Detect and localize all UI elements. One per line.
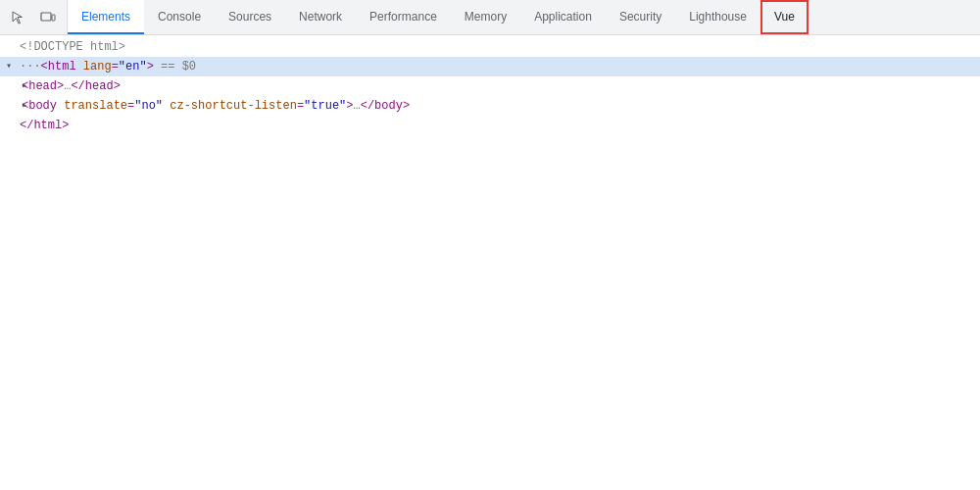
- body-close-tag: </body>: [361, 97, 410, 115]
- cursor-icon: [11, 10, 26, 25]
- head-tag: <head>: [22, 77, 64, 95]
- dollar-ref: == $0: [161, 58, 196, 75]
- expand-arrow-body[interactable]: ▸: [6, 97, 22, 115]
- expand-arrow-html-close: [6, 117, 20, 134]
- toolbar-icons: [0, 0, 68, 34]
- html-lang-attr: lang: [83, 58, 112, 75]
- html-close-tag: </html>: [20, 117, 69, 134]
- dots-html: ···: [20, 58, 41, 75]
- tab-lighthouse[interactable]: Lighthouse: [675, 0, 760, 34]
- doctype-text: <!DOCTYPE html>: [20, 38, 125, 56]
- body-translate-attr: translate: [64, 97, 127, 115]
- expand-arrow-doctype: [6, 38, 20, 56]
- tab-memory[interactable]: Memory: [451, 0, 520, 34]
- content-area: <!DOCTYPE html> ▾ ··· <html lang = "en" …: [0, 35, 980, 137]
- device-toggle-button[interactable]: [35, 5, 61, 30]
- body-cz-attr: cz-shortcut-listen: [170, 97, 297, 115]
- dom-line-doctype[interactable]: <!DOCTYPE html>: [0, 37, 980, 57]
- expand-arrow-head[interactable]: ▸: [6, 77, 22, 95]
- tab-sources[interactable]: Sources: [215, 0, 285, 34]
- inspect-element-button[interactable]: [6, 5, 31, 30]
- tab-network[interactable]: Network: [285, 0, 356, 34]
- tab-elements[interactable]: Elements: [68, 0, 144, 34]
- tab-bar: Elements Console Sources Network Perform…: [0, 0, 980, 35]
- tab-console[interactable]: Console: [144, 0, 215, 34]
- tab-performance[interactable]: Performance: [356, 0, 451, 34]
- dom-line-head[interactable]: ▸ <head> … </head>: [0, 76, 980, 96]
- device-icon: [40, 10, 56, 25]
- tab-application[interactable]: Application: [520, 0, 606, 34]
- dom-line-body[interactable]: ▸ <body translate = "no" cz-shortcut-lis…: [0, 96, 980, 116]
- body-translate-value: "no": [134, 97, 163, 115]
- html-tag-open: <html: [41, 58, 76, 75]
- tab-vue[interactable]: Vue: [760, 0, 808, 34]
- body-dots: …: [354, 97, 361, 115]
- svg-rect-0: [41, 13, 51, 21]
- head-close-tag: </head>: [71, 77, 120, 95]
- body-cz-value: "true": [304, 97, 346, 115]
- head-dots: …: [64, 77, 71, 95]
- expand-arrow-html[interactable]: ▾: [6, 58, 20, 75]
- dom-line-html-close[interactable]: </html>: [0, 116, 980, 135]
- tab-security[interactable]: Security: [606, 0, 675, 34]
- dom-line-html[interactable]: ▾ ··· <html lang = "en" > == $0: [0, 57, 980, 76]
- body-tag-open: <body: [22, 97, 57, 115]
- html-lang-value: "en": [119, 58, 147, 75]
- svg-rect-1: [52, 15, 55, 21]
